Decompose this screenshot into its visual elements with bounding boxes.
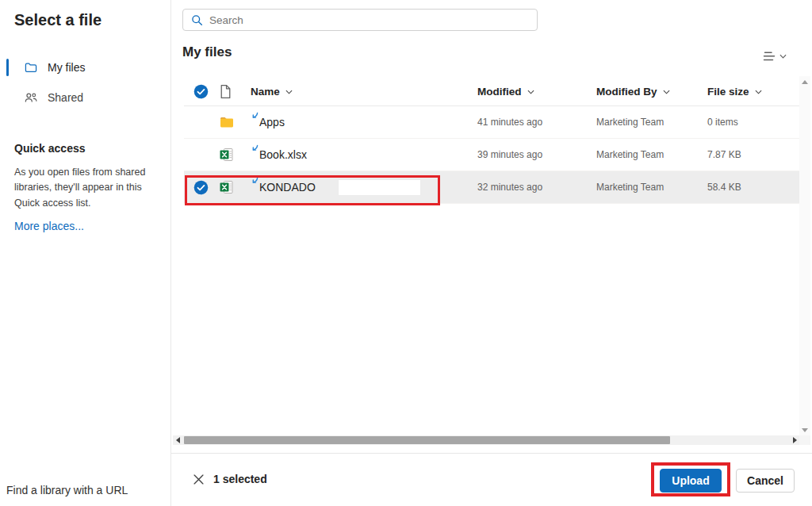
modified-value: 32 minutes ago — [477, 182, 596, 193]
cancel-button[interactable]: Cancel — [736, 469, 795, 493]
modified-by-value: Marketing Team — [596, 149, 707, 160]
scroll-right-arrow[interactable] — [790, 435, 799, 445]
vertical-scrollbar[interactable] — [799, 76, 810, 435]
scrollbar-thumb[interactable] — [184, 436, 670, 444]
redaction-overlay — [338, 179, 421, 196]
find-library-link[interactable]: Find a library with a URL — [6, 484, 128, 496]
file-name: Apps — [259, 116, 285, 128]
horizontal-scrollbar[interactable] — [173, 435, 799, 445]
sidebar-item-label: My files — [48, 61, 85, 74]
modified-value: 41 minutes ago — [477, 117, 596, 128]
row-checkbox-checked[interactable] — [193, 180, 209, 195]
chevron-down-icon — [285, 90, 293, 94]
file-size-value: 0 items — [707, 117, 799, 128]
selected-count: 1 selected — [213, 473, 267, 485]
chevron-down-icon — [527, 90, 534, 94]
search-input[interactable]: Search — [182, 9, 538, 31]
sort-lines-icon — [763, 51, 776, 62]
quick-access-description: As you open files from shared libraries,… — [14, 165, 159, 211]
search-icon — [191, 14, 203, 26]
more-places-link[interactable]: More places... — [14, 220, 84, 232]
sidebar-item-shared[interactable]: Shared — [0, 86, 171, 109]
file-size-value: 7.87 KB — [707, 149, 799, 160]
sidebar-item-label: Shared — [48, 91, 83, 104]
main-panel: Search My files — [171, 0, 812, 506]
scroll-down-arrow[interactable] — [799, 424, 810, 435]
document-outline-icon — [219, 84, 232, 99]
excel-file-icon — [219, 179, 235, 195]
section-heading: My files — [182, 44, 232, 60]
dismiss-selection-icon[interactable] — [193, 474, 204, 485]
scrollbar-corner — [799, 435, 810, 445]
scroll-up-arrow[interactable] — [799, 76, 810, 87]
sidebar-item-my-files[interactable]: My files — [0, 56, 171, 79]
upload-button[interactable]: Upload — [660, 469, 722, 493]
new-item-badge-icon — [251, 177, 259, 185]
folder-outline-icon — [24, 60, 38, 75]
column-header-file-size[interactable]: File size — [707, 86, 799, 98]
quick-access-heading: Quick access — [14, 142, 86, 155]
excel-file-icon — [219, 147, 235, 163]
file-table: Name Modified Modified By — [184, 78, 799, 204]
select-all-checkbox[interactable] — [193, 84, 209, 99]
search-placeholder: Search — [209, 14, 243, 26]
view-options-button[interactable] — [763, 48, 798, 65]
table-row-apps[interactable]: Apps 41 minutes ago Marketing Team 0 ite… — [184, 106, 799, 139]
table-row-book-xlsx[interactable]: Book.xlsx 39 minutes ago Marketing Team … — [184, 139, 799, 171]
folder-icon — [219, 114, 235, 130]
file-name: Book.xlsx — [259, 148, 307, 161]
selected-indicator — [6, 59, 9, 76]
new-item-badge-icon — [251, 112, 259, 120]
column-header-modified-by[interactable]: Modified By — [596, 86, 707, 98]
file-size-value: 58.4 KB — [707, 182, 799, 193]
dialog-footer: 1 selected Upload Cancel — [171, 453, 812, 506]
chevron-down-icon — [779, 54, 787, 59]
file-picker-dialog: Select a file My files Shared Quick acce… — [0, 0, 812, 506]
people-icon — [24, 90, 38, 105]
file-name: KONDADO — [259, 181, 316, 194]
chevron-down-icon — [663, 90, 670, 94]
sidebar: Select a file My files Shared Quick acce… — [0, 0, 171, 506]
modified-value: 39 minutes ago — [477, 149, 596, 160]
table-row-kondado-selected[interactable]: KONDADO 32 minutes ago Marketing Team 58… — [184, 171, 799, 204]
modified-by-value: Marketing Team — [596, 182, 707, 193]
modified-by-value: Marketing Team — [596, 117, 707, 128]
new-item-badge-icon — [251, 144, 259, 152]
scroll-left-arrow[interactable] — [173, 435, 182, 445]
table-header-row: Name Modified Modified By — [184, 78, 799, 106]
chevron-down-icon — [755, 90, 762, 94]
column-header-modified[interactable]: Modified — [477, 86, 596, 98]
page-title: Select a file — [14, 11, 102, 29]
column-header-name[interactable]: Name — [251, 86, 293, 98]
